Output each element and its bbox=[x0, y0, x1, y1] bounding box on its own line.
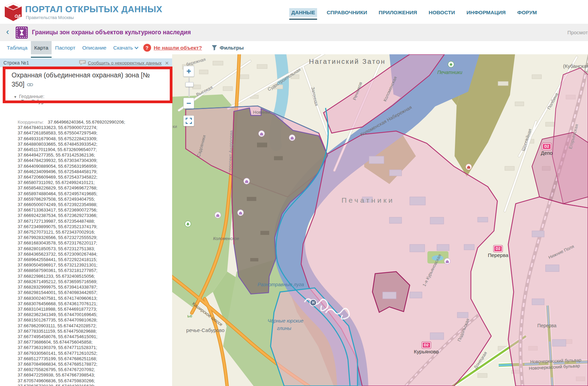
coordinate-line: 37.6682362341349, 55.6744700169645; bbox=[18, 312, 164, 317]
zoom-in-button[interactable]: + bbox=[183, 66, 194, 77]
back-button[interactable]: ‹ bbox=[6, 26, 9, 37]
object-not-found-link[interactable]: Не нашли объект? bbox=[154, 41, 202, 54]
coordinate-line: 37.6644090889054, 55.6725631956959; bbox=[18, 164, 164, 169]
coordinate-line: 37.6677363190379, 55.6747711528371; bbox=[18, 345, 164, 350]
funnel-icon bbox=[212, 45, 217, 51]
help-button[interactable]: ? bbox=[143, 44, 151, 52]
coordinate-line: 37.667527073121, 55.6723437002916; bbox=[18, 229, 164, 235]
coordinate-line: 37.66773686604, 55.6744756045858; bbox=[18, 339, 164, 345]
feature-panel: Строка №1 Сообщить о некорректных данных… bbox=[0, 54, 172, 386]
coordinate-line: 37.6679330560141, 55.6747712610252; bbox=[18, 351, 164, 356]
zoom-slider-handle[interactable] bbox=[185, 82, 194, 87]
map-zoom-controls: + − bbox=[183, 66, 195, 126]
coordinate-line: 37.668229861233, 55.6732408515056; bbox=[18, 274, 164, 279]
open-data-cube-icon: ОД bbox=[4, 2, 22, 22]
tab-description[interactable]: Описание bbox=[79, 41, 110, 54]
dataset-icon bbox=[16, 26, 28, 40]
coordinate-line: 37.669472259938, 55.6747667398543; bbox=[18, 372, 164, 378]
portal-logo[interactable]: ОД bbox=[4, 2, 22, 23]
fullscreen-corners-icon bbox=[186, 118, 192, 124]
zoom-slider[interactable] bbox=[188, 77, 190, 97]
site-header: ОД ПОРТАЛ ОТКРЫТЫХ ДАННЫХ Правительства … bbox=[0, 0, 588, 24]
portal-title: ПОРТАЛ ОТКРЫТЫХ ДАННЫХ bbox=[25, 4, 162, 15]
main-nav: ДАННЫЕ СПРАВОЧНИКИ ПРИЛОЖЕНИЯ НОВОСТИ ИН… bbox=[289, 8, 539, 17]
coordinate-line: 37.6684365623732, 55.6723090267484; bbox=[18, 252, 164, 257]
triangle-down-icon: ▼ bbox=[14, 95, 17, 99]
geodata-label: Геоданные: bbox=[19, 94, 44, 99]
dataset-title: Границы зон охраны объектов культурного … bbox=[32, 29, 191, 36]
museum-icon bbox=[444, 258, 451, 264]
coordinate-line: 37.6690504596917, 55.6732123921301; bbox=[18, 262, 164, 268]
coordinate-line: 37.6646234099496, 55.6725484458179; bbox=[18, 169, 164, 174]
coordinate-line: 37.6682832999975, 55.6739414338787; bbox=[18, 284, 164, 290]
museum-icon bbox=[243, 178, 250, 184]
tab-passport[interactable]: Паспорт bbox=[52, 41, 79, 54]
coordinate-line: 37.6644784239932, 55.6730347304309; bbox=[18, 158, 164, 163]
coordinate-line: 37.6681683043578, 55.6723176220117; bbox=[18, 240, 164, 246]
portal-subtitle: Правительства Москвы bbox=[26, 15, 74, 20]
coordinate-line: 37.6688587590361, 55.6732181277857; bbox=[18, 268, 164, 273]
coordinate-line: 37.6689642558441, 55.6722922418115; bbox=[18, 257, 164, 262]
tab-table[interactable]: Таблица bbox=[3, 41, 31, 54]
coordinate-line: 37.6647261858583, 55.6755047297549; bbox=[18, 130, 164, 136]
coordinate-line: 37.665807311092, 55.6724992410121; bbox=[18, 180, 164, 185]
row-title: Строка №1 bbox=[3, 60, 29, 66]
filters-label: Фильтры bbox=[220, 45, 244, 51]
geometry-type-partial: Тип: Polygon bbox=[21, 99, 49, 104]
nav-item-data[interactable]: ДАННЫЕ bbox=[289, 8, 317, 17]
nav-item-forum[interactable]: ФОРУМ bbox=[515, 8, 539, 17]
coordinate-line: 37.6649331679048, 55.6752228423309; bbox=[18, 136, 164, 142]
close-icon[interactable]: × bbox=[165, 60, 169, 66]
nav-item-information[interactable]: ИНФОРМАЦИЯ bbox=[464, 8, 508, 17]
coordinate-line: 37.670625720128, 55.6748429315629; bbox=[18, 384, 164, 386]
report-incorrect-data-link[interactable]: Сообщить о некорректных данных bbox=[88, 60, 162, 66]
coordinate-line: 37.6682801850573, 55.672312751383; bbox=[18, 246, 164, 252]
coordinate-line: 37.6677833511159, 55.6744750829688; bbox=[18, 329, 164, 334]
coordinate-line: 37.6681501267735, 55.6744709810628; bbox=[18, 317, 164, 323]
coordinate-line: 37.6677495458076, 55.6744754615091; bbox=[18, 334, 164, 339]
nav-item-directories[interactable]: СПРАВОЧНИКИ bbox=[325, 8, 369, 17]
coordinate-line: 37.6647840133623, 55.6759000722274; bbox=[18, 125, 164, 130]
coordinate-line: 37.6660500074249, 55.6723922354988; bbox=[18, 202, 164, 207]
download-label: Скачать bbox=[113, 45, 133, 51]
coordinate-line: 37.6645117011904, 55.6732609654077; bbox=[18, 147, 164, 152]
coordinate-line: 37.6683104118988, 55.6744691877273; bbox=[18, 307, 164, 312]
coordinate-line: 37.6658974880464, 55.6724957419685; bbox=[18, 191, 164, 197]
museum-icon bbox=[258, 130, 265, 137]
permalink-icon[interactable] bbox=[27, 80, 33, 89]
hospital-icon: H bbox=[310, 299, 317, 306]
coordinate-line: 37.6671727139987, 55.672354487488; bbox=[18, 219, 164, 224]
coordinate-line: 37.6685127735199, 55.6747686251168; bbox=[18, 356, 164, 362]
geodata-toggle[interactable]: ▼Геоданные: bbox=[14, 94, 44, 99]
coordinates-list: 37.6647840133623, 55.6759000722274;37.66… bbox=[18, 125, 164, 386]
coordinate-line: 37.664494277355, 55.6731425362136; bbox=[18, 152, 164, 158]
coordinate-line: 37.6669242387534, 55.6723629273366; bbox=[18, 213, 164, 218]
filters-button[interactable]: Фильтры bbox=[212, 41, 244, 54]
museum-icon bbox=[237, 209, 244, 216]
coordinate-line: 37.6667133633417, 55.6723690072756; bbox=[18, 207, 164, 213]
coordinate-line: 37.6682671495212, 55.6736595716569; bbox=[18, 279, 164, 284]
nav-item-applications[interactable]: ПРИЛОЖЕНИЯ bbox=[376, 8, 419, 17]
zoom-out-button[interactable]: − bbox=[183, 98, 194, 109]
coordinate-line: 37.6687084986834, 55.6747685178872; bbox=[18, 362, 164, 367]
coordinate-line: 37.6648808033665, 55.6748453933542; bbox=[18, 142, 164, 147]
map-tiles bbox=[172, 54, 588, 386]
tree-icon bbox=[448, 61, 454, 68]
report-bubble-icon bbox=[79, 60, 86, 66]
museum-icon bbox=[215, 212, 221, 218]
coordinates-block: Координаты:37.664966240364, 55.676920299… bbox=[18, 120, 164, 386]
coordinate-line: 37.6683002407581, 55.6741740960613; bbox=[18, 296, 164, 301]
fullscreen-button[interactable] bbox=[183, 115, 194, 126]
chevron-down-icon bbox=[134, 45, 138, 49]
coordinates-label: Координаты: bbox=[18, 120, 44, 125]
nav-item-news[interactable]: НОВОСТИ bbox=[427, 8, 457, 17]
tab-download[interactable]: Скачать bbox=[110, 41, 141, 54]
views-label: Просмотре bbox=[567, 30, 588, 35]
dataset-bar: ‹ Границы зон охраны объектов культурног… bbox=[0, 24, 588, 41]
panel-header: Строка №1 Сообщить о некорректных данных… bbox=[0, 58, 172, 67]
tree-icon bbox=[185, 221, 191, 227]
museum-icon-red bbox=[465, 164, 472, 170]
tab-map[interactable]: Карта bbox=[31, 41, 52, 54]
coordinate-line: 37.6672349899075, 55.6723521374179; bbox=[18, 224, 164, 229]
map-canvas[interactable]: бережная Нагатинский Затон Судостроитель… bbox=[172, 54, 588, 386]
